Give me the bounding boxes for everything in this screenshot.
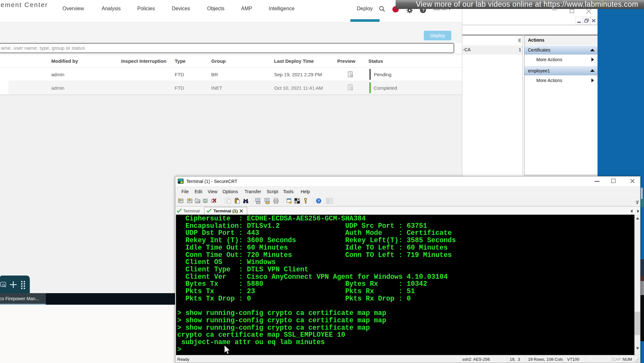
svg-text:?: ? bbox=[317, 199, 320, 203]
